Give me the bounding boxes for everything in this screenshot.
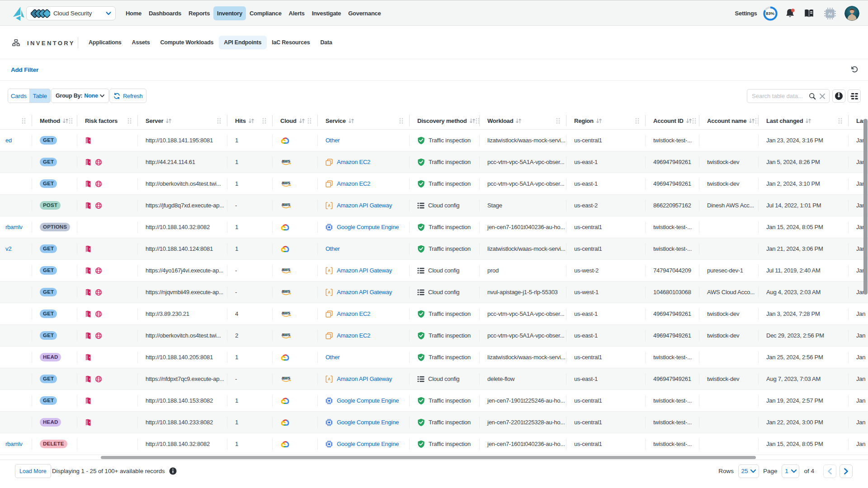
view-option-table[interactable]: Table <box>29 89 51 103</box>
column-header-discovery[interactable]: Discovery method <box>409 112 479 129</box>
drag-handle-icon[interactable] <box>755 118 758 124</box>
internet-exposed-globe-icon[interactable] <box>95 375 102 383</box>
internet-exposed-globe-icon[interactable] <box>95 159 102 166</box>
previous-page-button[interactable] <box>823 465 836 478</box>
drag-handle-icon[interactable] <box>556 118 560 124</box>
user-avatar[interactable] <box>844 6 859 21</box>
table-row[interactable]: edGET http://10.188.141.195:80811 Other … <box>0 130 868 151</box>
internet-exposed-globe-icon[interactable] <box>95 289 102 296</box>
table-row[interactable]: GET https://4yo167j4vi.execute-ap...- aw… <box>0 260 868 282</box>
nav-item-compliance[interactable]: Compliance <box>246 6 285 20</box>
sort-icon[interactable] <box>248 118 255 124</box>
search-icon[interactable] <box>809 93 816 100</box>
service-link[interactable]: Amazon API Gateway <box>337 202 392 209</box>
table-row[interactable]: GET http://oberkovitch.os4test.twi...2 a… <box>0 325 868 347</box>
column-header-service[interactable]: Service <box>317 112 409 129</box>
nav-item-alerts[interactable]: Alerts <box>285 6 308 20</box>
drag-handle-icon[interactable] <box>307 118 311 124</box>
sort-icon[interactable] <box>805 118 811 124</box>
nav-item-investigate[interactable]: Investigate <box>308 6 345 20</box>
sort-icon[interactable] <box>686 118 692 124</box>
unauthenticated-open-door-icon[interactable] <box>85 289 91 296</box>
table-row[interactable]: HEAD http://10.188.140.233:80821 Google … <box>0 412 868 433</box>
service-link[interactable]: Google Compute Engine <box>337 224 399 230</box>
next-page-button[interactable] <box>840 465 853 478</box>
nav-item-inventory[interactable]: Inventory <box>213 6 246 20</box>
table-row[interactable]: HEAD http://10.188.140.205:80811 Other T… <box>0 347 868 368</box>
internet-exposed-globe-icon[interactable] <box>95 180 102 188</box>
service-link[interactable]: Other <box>326 354 340 361</box>
vertical-scrollbar[interactable] <box>863 119 868 295</box>
drag-handle-icon[interactable] <box>692 118 696 124</box>
sort-icon[interactable] <box>515 118 522 124</box>
service-link[interactable]: Amazon EC2 <box>337 310 370 317</box>
service-link[interactable]: Google Compute Engine <box>337 441 399 447</box>
unauthenticated-open-door-icon[interactable] <box>85 354 91 361</box>
nav-item-dashboards[interactable]: Dashboards <box>145 6 185 20</box>
column-header-region[interactable]: Region <box>566 112 645 129</box>
tab-assets[interactable]: Assets <box>127 36 155 49</box>
service-link[interactable]: Amazon API Gateway <box>337 289 392 296</box>
table-row[interactable]: rbamlvDELETEhttp://10.188.140.32:80821 G… <box>0 433 868 455</box>
drag-handle-icon[interactable] <box>217 118 221 124</box>
drag-handle-icon[interactable] <box>635 118 639 124</box>
table-row[interactable]: GET http://3.89.230.214 aws Amazon EC2 T… <box>0 303 868 325</box>
internet-exposed-globe-icon[interactable] <box>95 332 102 339</box>
group-by-button[interactable]: Group By: None <box>51 89 109 103</box>
info-icon[interactable] <box>169 467 177 475</box>
column-header-account_name[interactable]: Account name <box>699 112 758 129</box>
unauthenticated-open-door-icon[interactable] <box>85 419 91 426</box>
add-filter-button[interactable]: Add Filter <box>11 66 38 73</box>
column-header-method[interactable]: Method <box>32 112 77 129</box>
sort-icon[interactable] <box>348 118 354 124</box>
service-link[interactable]: Other <box>326 137 340 144</box>
internet-exposed-globe-icon[interactable] <box>95 310 102 318</box>
service-link[interactable]: Amazon EC2 <box>337 332 370 339</box>
column-header-workload[interactable]: Workload <box>479 112 566 129</box>
drag-handle-icon[interactable] <box>22 118 26 124</box>
table-row[interactable]: GET https://njqvmbii49.execute-ap...- aw… <box>0 282 868 303</box>
rows-per-page-select[interactable]: 25 <box>738 465 759 478</box>
column-header-hits[interactable]: Hits <box>227 112 272 129</box>
table-row[interactable]: POST https://jfugd8q7xd.execute-ap...- a… <box>0 195 868 216</box>
column-settings-button[interactable] <box>848 89 861 103</box>
sort-icon[interactable] <box>596 118 602 124</box>
sort-icon[interactable] <box>299 118 305 124</box>
endpoint-link[interactable]: rbamlv <box>5 224 23 230</box>
service-link[interactable]: Google Compute Engine <box>337 419 399 426</box>
tab-applications[interactable]: Applications <box>84 36 127 49</box>
drag-handle-icon[interactable] <box>476 118 479 124</box>
sort-icon[interactable] <box>469 118 476 124</box>
nav-item-governance[interactable]: Governance <box>344 6 384 20</box>
endpoint-link[interactable]: rbamlv <box>5 441 23 447</box>
sort-icon[interactable] <box>749 118 755 124</box>
table-row[interactable]: v2GET http://10.188.140.124:80811 Other … <box>0 238 868 260</box>
drag-handle-icon[interactable] <box>69 118 73 124</box>
unauthenticated-open-door-icon[interactable] <box>85 245 91 253</box>
load-more-button[interactable]: Load More <box>15 464 51 478</box>
download-button[interactable] <box>832 89 845 103</box>
internet-exposed-globe-icon[interactable] <box>95 202 102 209</box>
tab-data[interactable]: Data <box>315 36 337 49</box>
tab-compute-workloads[interactable]: Compute Workloads <box>155 36 219 49</box>
table-row[interactable]: GET http://44.214.114.611 aws Amazon EC2… <box>0 151 868 173</box>
endpoint-link[interactable]: v2 <box>5 245 11 252</box>
column-header-cloud[interactable]: Cloud <box>272 112 317 129</box>
service-link[interactable]: Amazon API Gateway <box>337 375 392 382</box>
endpoint-link[interactable]: ed <box>5 137 12 144</box>
column-header-last_changed[interactable]: Last changed <box>758 112 848 129</box>
ai-copilot-icon[interactable]: AI <box>824 7 836 20</box>
unauthenticated-open-door-icon[interactable] <box>85 267 91 274</box>
reset-filters-icon[interactable] <box>850 66 858 73</box>
horizontal-scrollbar[interactable] <box>101 456 756 459</box>
service-link[interactable]: Amazon API Gateway <box>337 267 392 274</box>
unauthenticated-open-door-icon[interactable] <box>85 159 91 166</box>
view-option-cards[interactable]: Cards <box>8 89 29 103</box>
column-header-risks[interactable]: Risk factors <box>77 112 137 129</box>
prisma-cloud-logo-icon[interactable] <box>12 6 25 21</box>
product-switcher[interactable]: Cloud Security <box>26 6 116 20</box>
table-row[interactable]: rbamlvOPTIONShttp://10.188.140.32:80821 … <box>0 216 868 238</box>
service-link[interactable]: Other <box>326 245 340 252</box>
documentation-book-icon[interactable] <box>803 9 815 18</box>
unauthenticated-open-door-icon[interactable] <box>85 310 91 318</box>
